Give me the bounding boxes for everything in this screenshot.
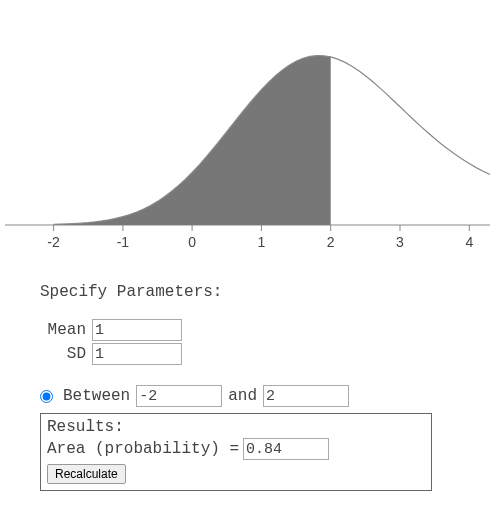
- normal-distribution-chart: -2 -1 0 1 2 3 4: [0, 0, 500, 265]
- between-and: and: [228, 387, 257, 405]
- sd-label: SD: [40, 345, 92, 363]
- tick-label: 2: [327, 234, 335, 250]
- tick-label: 3: [396, 234, 404, 250]
- between-hi-input[interactable]: [263, 385, 349, 407]
- x-ticks: -2 -1 0 1 2 3 4: [47, 225, 473, 250]
- mean-label: Mean: [40, 321, 92, 339]
- tick-label: -1: [117, 234, 130, 250]
- area-output[interactable]: [243, 438, 329, 460]
- parameters-title: Specify Parameters:: [40, 283, 500, 301]
- area-label: Area (probability) =: [47, 440, 239, 458]
- between-label: Between: [63, 387, 130, 405]
- tick-label: 4: [465, 234, 473, 250]
- tick-label: 1: [258, 234, 266, 250]
- tick-label: -2: [47, 234, 60, 250]
- between-radio[interactable]: [40, 390, 53, 403]
- mean-input[interactable]: [92, 319, 182, 341]
- shaded-area: [54, 56, 331, 225]
- sd-input[interactable]: [92, 343, 182, 365]
- results-box: Results: Area (probability) = Recalculat…: [40, 413, 432, 491]
- results-title: Results:: [47, 418, 425, 436]
- recalculate-button[interactable]: Recalculate: [47, 464, 126, 484]
- tick-label: 0: [188, 234, 196, 250]
- between-lo-input[interactable]: [136, 385, 222, 407]
